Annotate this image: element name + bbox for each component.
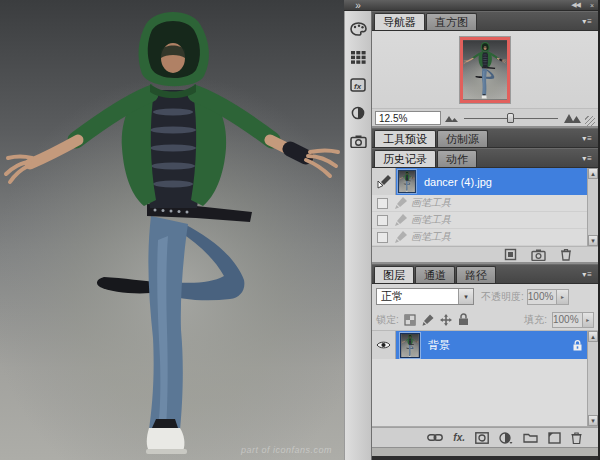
new-group-icon[interactable]	[523, 432, 538, 443]
zoom-slider-thumb[interactable]	[507, 113, 514, 123]
lock-pixels-icon[interactable]	[422, 314, 434, 326]
tab-history[interactable]: 历史记录	[374, 150, 436, 167]
dock-bottom-strip	[372, 447, 598, 460]
dancer-photo	[0, 0, 344, 460]
tab-actions[interactable]: 动作	[437, 150, 477, 167]
styles-panel-icon[interactable]: fx	[347, 74, 369, 96]
expand-dock-icon[interactable]: »	[344, 1, 372, 10]
close-dock-icon[interactable]: ×	[585, 2, 598, 9]
layer-name[interactable]: 背景	[420, 338, 573, 353]
history-source-checkbox[interactable]	[377, 232, 388, 243]
tab-layers[interactable]: 图层	[374, 266, 414, 283]
tab-navigator[interactable]: 导航器	[374, 13, 425, 30]
history-state-label: 画笔工具	[411, 230, 451, 244]
tab-channels[interactable]: 通道	[415, 266, 455, 283]
zoom-percent-input[interactable]: 12.5%	[375, 111, 441, 125]
tool-presets-panel-menu-icon[interactable]: ▾≡	[582, 134, 598, 147]
fill-field[interactable]: 100% ▸	[552, 312, 594, 328]
opacity-spinner-icon[interactable]: ▸	[556, 290, 567, 304]
blend-mode-value: 正常	[377, 289, 458, 304]
collapsed-panel-strip: fx	[344, 11, 372, 460]
layers-scrollbar[interactable]: ▴ ▾	[587, 331, 598, 426]
color-panel-icon[interactable]	[347, 18, 369, 40]
blend-mode-dropdown-icon[interactable]: ▾	[458, 289, 473, 304]
visibility-toggle[interactable]	[372, 331, 396, 359]
zoom-out-icon[interactable]	[445, 114, 458, 122]
history-state-future[interactable]: 画笔工具	[372, 229, 598, 246]
history-state-name: dancer (4).jpg	[420, 176, 492, 188]
lock-label: 锁定:	[376, 313, 399, 327]
fill-label: 填充:	[524, 313, 547, 327]
tab-paths[interactable]: 路径	[456, 266, 496, 283]
layers-panel-menu-icon[interactable]: ▾≡	[582, 270, 598, 283]
adjustment-layer-icon[interactable]	[499, 432, 513, 444]
panel-resize-grip[interactable]	[585, 116, 595, 126]
navigator-thumbnail	[463, 40, 507, 100]
zoom-in-icon[interactable]	[564, 112, 581, 123]
document-canvas[interactable]: part of iconfans.com	[0, 0, 344, 460]
photoshop-workspace: part of iconfans.com » ◀◀ × fx	[0, 0, 600, 460]
layer-thumbnail[interactable]	[400, 333, 420, 358]
scroll-up-icon[interactable]: ▴	[588, 331, 598, 342]
navigator-panel-menu-icon[interactable]: ▾≡	[582, 17, 598, 30]
fill-value: 100%	[553, 314, 582, 325]
navigator-tabbar: 导航器 直方图 ▾≡	[372, 11, 598, 31]
add-mask-icon[interactable]	[475, 432, 489, 444]
delete-state-icon[interactable]	[560, 248, 572, 261]
history-state-future[interactable]: 画笔工具	[372, 195, 598, 212]
lock-all-icon[interactable]	[458, 313, 469, 326]
navigator-proxy-view[interactable]	[460, 37, 510, 103]
eye-icon	[376, 340, 391, 350]
new-snapshot-icon[interactable]	[531, 249, 546, 261]
tab-tool-presets[interactable]: 工具预设	[374, 130, 436, 147]
swatches-panel-icon[interactable]	[347, 46, 369, 68]
adjustments-panel-icon[interactable]	[347, 102, 369, 124]
canvas-watermark: part of iconfans.com	[241, 445, 332, 455]
layer-style-icon[interactable]: fx.	[453, 432, 465, 443]
layer-comps-panel-icon[interactable]	[347, 130, 369, 152]
new-document-from-state-icon[interactable]	[504, 248, 517, 261]
history-source-checkbox[interactable]	[377, 198, 388, 209]
layers-footer: fx.	[372, 427, 598, 447]
link-layers-icon[interactable]	[427, 433, 443, 442]
lock-position-icon[interactable]	[440, 314, 452, 326]
history-scrollbar[interactable]: ▴ ▾	[587, 168, 598, 246]
history-state-label: 画笔工具	[411, 196, 451, 210]
dock-header: » ◀◀ ×	[344, 0, 598, 11]
history-source-checkbox[interactable]	[377, 215, 388, 226]
navigator-footer: 12.5%	[372, 109, 598, 128]
brush-tool-icon	[394, 231, 407, 243]
navigator-preview-area	[372, 31, 598, 109]
scroll-down-icon[interactable]: ▾	[588, 415, 598, 426]
panels-column: 导航器 直方图 ▾≡ 12.5%	[372, 11, 598, 460]
tab-histogram[interactable]: 直方图	[426, 13, 477, 30]
new-layer-icon[interactable]	[548, 432, 561, 444]
blend-mode-select[interactable]: 正常 ▾	[376, 288, 474, 305]
tab-clone-source[interactable]: 仿制源	[437, 130, 488, 147]
blend-options-row: 正常 ▾ 不透明度: 100% ▸	[372, 284, 598, 309]
zoom-slider[interactable]	[464, 112, 558, 124]
scroll-down-icon[interactable]: ▾	[588, 235, 598, 246]
layer-row-background[interactable]: 背景	[372, 331, 598, 359]
history-brush-source-well[interactable]	[372, 168, 396, 195]
collapse-to-icons-icon[interactable]: ◀◀	[566, 1, 585, 9]
scroll-up-icon[interactable]: ▴	[588, 168, 598, 179]
history-state-selected[interactable]: dancer (4).jpg	[372, 168, 598, 195]
tool-presets-tabbar: 工具预设 仿制源 ▾≡	[372, 128, 598, 148]
layers-tabbar: 图层 通道 路径 ▾≡	[372, 264, 598, 284]
history-state-thumbnail	[398, 170, 416, 193]
history-brush-icon	[376, 174, 392, 189]
history-panel-menu-icon[interactable]: ▾≡	[582, 154, 598, 167]
brush-tool-icon	[394, 197, 407, 209]
history-state-future[interactable]: 画笔工具	[372, 212, 598, 229]
history-tabbar: 历史记录 动作 ▾≡	[372, 148, 598, 168]
background-lock-icon	[573, 340, 582, 351]
delete-layer-icon[interactable]	[571, 432, 582, 444]
fill-spinner-icon[interactable]: ▸	[582, 313, 593, 327]
history-state-label: 画笔工具	[411, 213, 451, 227]
opacity-field[interactable]: 100% ▸	[527, 289, 569, 305]
lock-transparency-icon[interactable]	[404, 314, 416, 326]
panel-dock: » ◀◀ × fx	[344, 0, 600, 460]
opacity-value: 100%	[528, 291, 557, 302]
opacity-label: 不透明度:	[481, 290, 524, 304]
